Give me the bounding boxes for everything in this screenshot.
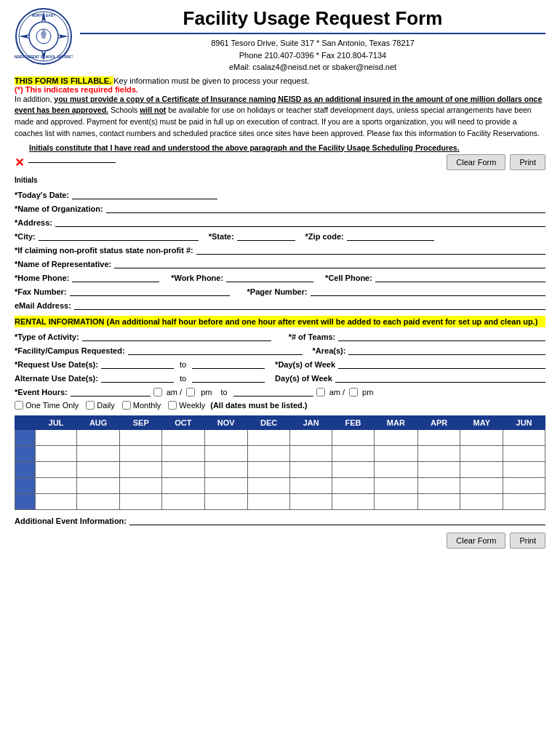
calendar-cell-input[interactable] <box>418 447 460 461</box>
calendar-cell[interactable] <box>460 478 503 494</box>
additional-input[interactable] <box>129 516 545 525</box>
calendar-cell[interactable] <box>247 478 290 494</box>
calendar-cell-input[interactable] <box>503 463 545 477</box>
calendar-cell[interactable] <box>36 462 77 478</box>
calendar-cell-input[interactable] <box>460 495 503 509</box>
calendar-cell[interactable] <box>503 446 545 462</box>
calendar-cell-input[interactable] <box>248 479 290 493</box>
calendar-cell-input[interactable] <box>36 479 76 493</box>
calendar-cell[interactable] <box>290 446 332 462</box>
calendar-cell-input[interactable] <box>248 431 290 445</box>
calendar-cell[interactable] <box>290 494 332 510</box>
calendar-cell[interactable] <box>374 446 417 462</box>
calendar-cell[interactable] <box>374 430 417 446</box>
calendar-cell[interactable] <box>204 430 247 446</box>
request-date-to[interactable] <box>192 359 265 369</box>
one-time-checkbox[interactable] <box>15 401 23 410</box>
calendar-cell-input[interactable] <box>248 495 290 509</box>
clear-form-button-top[interactable]: Clear Form <box>447 154 505 170</box>
calendar-cell-input[interactable] <box>205 463 247 477</box>
calendar-cell-input[interactable] <box>460 463 503 477</box>
calendar-cell-input[interactable] <box>205 495 247 509</box>
calendar-cell[interactable] <box>247 462 290 478</box>
calendar-cell[interactable] <box>120 478 162 494</box>
print-button-top[interactable]: Print <box>510 154 545 170</box>
calendar-cell-input[interactable] <box>162 495 204 509</box>
calendar-cell[interactable] <box>120 430 162 446</box>
calendar-cell-input[interactable] <box>290 447 332 461</box>
calendar-cell-input[interactable] <box>77 463 119 477</box>
calendar-cell-input[interactable] <box>290 431 332 445</box>
calendar-cell[interactable] <box>503 494 545 510</box>
calendar-cell[interactable] <box>332 478 375 494</box>
weekly-checkbox[interactable] <box>168 401 177 410</box>
calendar-cell-input[interactable] <box>375 495 417 509</box>
calendar-cell[interactable] <box>332 494 375 510</box>
calendar-cell-input[interactable] <box>36 447 76 461</box>
calendar-cell-input[interactable] <box>418 495 460 509</box>
calendar-cell[interactable] <box>247 430 290 446</box>
am1-checkbox[interactable] <box>153 388 162 397</box>
calendar-cell-input[interactable] <box>77 495 119 509</box>
nonprofit-input[interactable] <box>196 245 545 255</box>
calendar-cell-input[interactable] <box>36 463 76 477</box>
facility-input[interactable] <box>128 346 303 355</box>
calendar-cell-input[interactable] <box>375 463 417 477</box>
area-input[interactable] <box>348 346 545 355</box>
todays-date-input[interactable] <box>72 190 217 199</box>
home-phone-input[interactable] <box>72 273 159 282</box>
work-phone-input[interactable] <box>226 273 313 282</box>
calendar-cell[interactable] <box>76 446 119 462</box>
pager-input[interactable] <box>311 287 545 296</box>
calendar-cell-input[interactable] <box>503 479 545 493</box>
rep-input[interactable] <box>114 259 545 268</box>
calendar-cell[interactable] <box>76 494 119 510</box>
calendar-cell-input[interactable] <box>332 495 374 509</box>
calendar-cell[interactable] <box>374 494 417 510</box>
calendar-cell[interactable] <box>460 462 503 478</box>
calendar-cell-input[interactable] <box>375 447 417 461</box>
calendar-cell[interactable] <box>162 494 205 510</box>
calendar-cell-input[interactable] <box>290 479 332 493</box>
calendar-cell-input[interactable] <box>205 431 247 445</box>
calendar-cell[interactable] <box>417 446 460 462</box>
calendar-cell[interactable] <box>204 494 247 510</box>
monthly-checkbox[interactable] <box>122 401 131 410</box>
fax-input[interactable] <box>70 287 230 296</box>
calendar-cell[interactable] <box>332 462 375 478</box>
calendar-cell-input[interactable] <box>205 479 247 493</box>
calendar-cell[interactable] <box>460 494 503 510</box>
calendar-cell-input[interactable] <box>77 447 119 461</box>
calendar-cell[interactable] <box>36 430 77 446</box>
calendar-cell[interactable] <box>290 462 332 478</box>
calendar-cell[interactable] <box>204 462 247 478</box>
print-button-bottom[interactable]: Print <box>510 533 545 549</box>
zip-input[interactable] <box>347 231 434 241</box>
calendar-cell[interactable] <box>332 430 375 446</box>
calendar-cell[interactable] <box>417 462 460 478</box>
address-input[interactable] <box>55 218 545 227</box>
calendar-cell-input[interactable] <box>460 479 503 493</box>
calendar-cell[interactable] <box>503 462 545 478</box>
state-input[interactable] <box>237 231 295 241</box>
calendar-cell-input[interactable] <box>418 479 460 493</box>
calendar-cell[interactable] <box>76 478 119 494</box>
calendar-cell[interactable] <box>417 494 460 510</box>
type-activity-input[interactable] <box>82 332 271 341</box>
calendar-cell-input[interactable] <box>290 495 332 509</box>
calendar-cell-input[interactable] <box>248 463 290 477</box>
pm2-checkbox[interactable] <box>349 388 358 397</box>
calendar-cell-input[interactable] <box>418 431 460 445</box>
calendar-cell-input[interactable] <box>248 447 290 461</box>
calendar-cell[interactable] <box>247 494 290 510</box>
calendar-cell-input[interactable] <box>120 479 161 493</box>
email-input[interactable] <box>74 300 545 310</box>
calendar-cell-input[interactable] <box>332 447 374 461</box>
calendar-cell[interactable] <box>162 478 205 494</box>
am2-checkbox[interactable] <box>316 388 325 397</box>
calendar-cell[interactable] <box>36 494 77 510</box>
calendar-cell-input[interactable] <box>36 431 76 445</box>
calendar-cell[interactable] <box>162 462 205 478</box>
calendar-cell[interactable] <box>417 478 460 494</box>
calendar-cell[interactable] <box>120 446 162 462</box>
